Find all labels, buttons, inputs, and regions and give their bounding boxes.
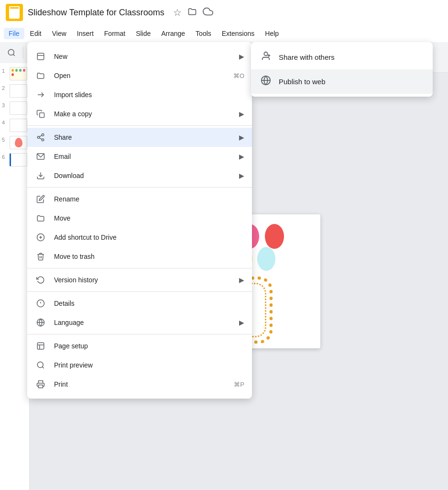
menu-item-help[interactable]: Help <box>260 28 284 39</box>
file-menu-page-setup[interactable]: Page setup <box>27 336 252 356</box>
svg-line-17 <box>39 138 42 139</box>
copy-label: Make a copy <box>54 110 239 118</box>
share-others-label: Share with others <box>279 53 335 61</box>
file-menu-download[interactable]: Download ▶ <box>27 166 252 185</box>
details-icon <box>35 299 46 308</box>
doc-title: Slideshow Template for Classrooms <box>28 8 164 18</box>
file-menu-rename[interactable]: Rename <box>27 189 252 209</box>
language-icon <box>35 318 46 327</box>
new-arrow: ▶ <box>239 53 244 60</box>
import-label: Import slides <box>54 91 244 99</box>
move-icon <box>35 214 46 223</box>
svg-rect-29 <box>37 343 44 349</box>
slide-thumb-2[interactable]: 2 <box>2 84 27 98</box>
cloud-icon[interactable] <box>203 6 213 19</box>
share-arrow: ▶ <box>239 134 244 141</box>
app-icon <box>6 4 23 21</box>
svg-rect-34 <box>39 385 43 388</box>
details-label: Details <box>54 300 244 307</box>
file-menu-language[interactable]: Language ▶ <box>27 313 252 332</box>
share-icon <box>35 133 46 142</box>
file-menu-section-5: Details Language ▶ <box>27 292 252 334</box>
email-icon <box>35 152 46 161</box>
svg-point-14 <box>42 134 44 136</box>
menu-item-arrange[interactable]: Arrange <box>156 28 190 39</box>
title-bar: Slideshow Template for Classrooms ☆ <box>0 0 448 25</box>
open-shortcut: ⌘O <box>233 72 244 79</box>
file-menu: New ▶ Open ⌘O Import slides Make a copy … <box>27 42 252 399</box>
file-menu-add-shortcut[interactable]: Add shortcut to Drive <box>27 228 252 247</box>
version-arrow: ▶ <box>239 276 244 284</box>
file-menu-details[interactable]: Details <box>27 294 252 313</box>
publish-to-web[interactable]: Publish to web <box>251 69 433 94</box>
file-menu-new[interactable]: New ▶ <box>27 47 252 66</box>
download-label: Download <box>54 172 239 179</box>
download-arrow: ▶ <box>239 172 244 179</box>
import-icon <box>35 90 46 99</box>
file-menu-section-6: Page setup Print preview Print ⌘P <box>27 334 252 396</box>
toolbar-sep-1 <box>23 47 23 58</box>
file-menu-print-preview[interactable]: Print preview <box>27 356 252 375</box>
publish-web-label: Publish to web <box>279 78 326 86</box>
email-arrow: ▶ <box>239 153 244 160</box>
file-menu-email[interactable]: Email ▶ <box>27 147 252 166</box>
menu-item-format[interactable]: Format <box>99 28 130 39</box>
menu-item-slide[interactable]: Slide <box>131 28 155 39</box>
menu-item-insert[interactable]: Insert <box>72 28 98 39</box>
folder-icon[interactable] <box>187 7 197 19</box>
svg-line-33 <box>42 367 44 368</box>
file-menu-share[interactable]: Share ▶ <box>27 128 252 147</box>
slide-thumb-5[interactable]: 5 <box>2 136 27 149</box>
slide-thumb-4[interactable]: 4 <box>2 119 27 132</box>
publish-web-icon <box>261 75 271 88</box>
print-preview-label: Print preview <box>54 361 244 369</box>
svg-rect-10 <box>37 53 44 60</box>
file-menu-import[interactable]: Import slides <box>27 85 252 104</box>
file-menu-version[interactable]: Version history ▶ <box>27 270 252 290</box>
menu-item-extensions[interactable]: Extensions <box>217 28 259 39</box>
menu-item-view[interactable]: View <box>47 28 71 39</box>
share-label: Share <box>54 134 239 141</box>
menu-item-file[interactable]: File <box>4 28 24 39</box>
svg-line-1 <box>13 54 14 56</box>
svg-line-18 <box>39 135 42 137</box>
svg-point-0 <box>8 49 14 55</box>
title-icons: ☆ <box>173 6 213 19</box>
print-icon <box>35 380 46 389</box>
trash-icon <box>35 252 46 261</box>
menu-item-edit[interactable]: Edit <box>25 28 46 39</box>
slide-thumb-6[interactable]: 6 <box>2 153 27 167</box>
slide-thumb-3[interactable]: 3 <box>2 101 27 115</box>
file-menu-open[interactable]: Open ⌘O <box>27 66 252 85</box>
svg-point-15 <box>37 136 40 139</box>
svg-point-32 <box>37 362 43 368</box>
share-with-others[interactable]: Share with others <box>251 45 433 69</box>
search-btn[interactable] <box>4 45 19 60</box>
new-icon <box>35 52 46 61</box>
file-menu-copy[interactable]: Make a copy ▶ <box>27 104 252 123</box>
share-submenu: Share with others Publish to web <box>251 42 433 97</box>
file-menu-trash[interactable]: Move to trash <box>27 247 252 266</box>
slide-thumb-1[interactable]: 1 <box>2 67 27 80</box>
print-label: Print <box>54 380 230 388</box>
star-icon[interactable]: ☆ <box>173 7 182 18</box>
copy-arrow: ▶ <box>239 110 244 118</box>
new-label: New <box>54 53 239 60</box>
page-setup-icon <box>35 342 46 350</box>
svg-rect-13 <box>40 113 44 118</box>
open-icon <box>35 71 46 80</box>
file-menu-section-1: New ▶ Open ⌘O Import slides Make a copy … <box>27 45 252 126</box>
download-icon <box>35 171 46 180</box>
slide-panel: 1 2 3 4 5 <box>0 63 30 490</box>
shortcut-label: Add shortcut to Drive <box>54 234 244 241</box>
file-menu-section-4: Version history ▶ <box>27 268 252 292</box>
svg-point-35 <box>264 52 267 56</box>
language-arrow: ▶ <box>239 319 244 326</box>
shortcut-icon <box>35 233 46 242</box>
menu-bar: File Edit View Insert Format Slide Arran… <box>0 25 448 42</box>
file-menu-print[interactable]: Print ⌘P <box>27 375 252 394</box>
file-menu-move[interactable]: Move <box>27 209 252 228</box>
svg-point-16 <box>42 139 44 141</box>
version-icon <box>35 276 46 284</box>
menu-item-tools[interactable]: Tools <box>191 28 216 39</box>
